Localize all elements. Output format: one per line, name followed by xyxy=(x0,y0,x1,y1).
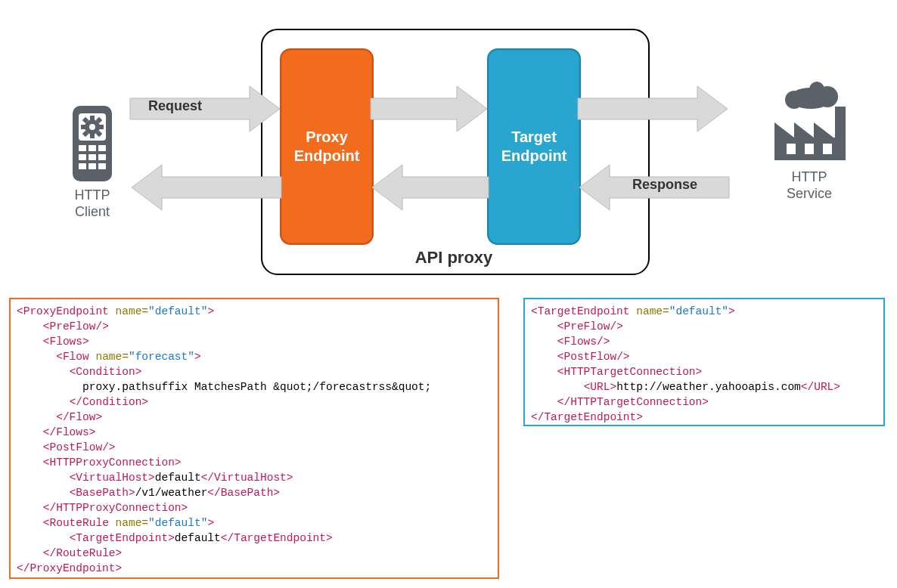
code-line: <PreFlow/> xyxy=(17,319,492,334)
svg-rect-12 xyxy=(79,145,86,151)
svg-marker-38 xyxy=(372,165,489,210)
code-line: <HTTPProxyConnection> xyxy=(17,455,492,470)
svg-point-22 xyxy=(785,91,803,109)
proxy-endpoint-xml: <ProxyEndpoint name="default"> <PreFlow/… xyxy=(9,298,499,579)
request-label: Request xyxy=(148,98,202,114)
code-line: <PostFlow/> xyxy=(17,440,492,455)
code-line: <BasePath>/v1/weather</BasePath> xyxy=(17,485,492,500)
code-line: <URL>http://weather.yahooapis.com</URL> xyxy=(531,379,877,395)
factory-icon xyxy=(764,82,855,165)
response-label: Response xyxy=(632,177,697,193)
code-line: </ProxyEndpoint> xyxy=(17,561,492,576)
proxy-endpoint-box: ProxyEndpoint xyxy=(280,48,374,245)
arrow-target-to-proxy xyxy=(369,163,490,212)
svg-rect-15 xyxy=(79,154,86,160)
code-line: </Condition> xyxy=(17,395,492,410)
diagram-canvas: HTTPClient HTTPService API proxy ProxyEn… xyxy=(0,0,897,588)
svg-rect-26 xyxy=(835,104,846,107)
code-line: <VirtualHost>default</VirtualHost> xyxy=(17,470,492,485)
code-line: <TargetEndpoint>default</TargetEndpoint> xyxy=(17,531,492,546)
svg-marker-30 xyxy=(814,122,833,138)
svg-rect-7 xyxy=(99,125,104,129)
svg-rect-32 xyxy=(805,144,814,154)
http-client-label: HTTPClient xyxy=(61,187,124,220)
svg-point-3 xyxy=(89,124,95,130)
code-line: <Condition> xyxy=(17,364,492,379)
svg-marker-36 xyxy=(578,86,728,132)
code-line: <RouteRule name="default"> xyxy=(17,515,492,531)
code-line: <PreFlow/> xyxy=(531,319,877,334)
svg-marker-35 xyxy=(371,86,487,132)
target-endpoint-xml: <TargetEndpoint name="default"> <PreFlow… xyxy=(523,298,885,426)
api-proxy-label: API proxy xyxy=(261,248,647,268)
svg-marker-28 xyxy=(774,122,794,138)
arrow-target-to-service xyxy=(576,85,731,133)
svg-marker-39 xyxy=(132,165,281,210)
svg-rect-13 xyxy=(88,145,96,151)
code-line: <Flows> xyxy=(17,334,492,349)
code-line: </RouteRule> xyxy=(17,546,492,561)
svg-rect-18 xyxy=(79,163,86,169)
svg-rect-17 xyxy=(98,154,106,160)
code-line: </Flows> xyxy=(17,425,492,440)
code-line: </HTTPProxyConnection> xyxy=(17,500,492,515)
arrow-proxy-to-client xyxy=(129,163,283,212)
code-line: <Flows/> xyxy=(531,334,877,349)
phone-icon xyxy=(70,104,115,183)
svg-rect-6 xyxy=(81,125,85,129)
http-service-label: HTTPService xyxy=(773,169,846,202)
code-line: </TargetEndpoint> xyxy=(531,410,877,425)
code-line: <TargetEndpoint name="default"> xyxy=(531,304,877,319)
svg-point-24 xyxy=(809,82,824,97)
svg-rect-33 xyxy=(823,144,832,154)
svg-rect-16 xyxy=(88,154,96,160)
code-line: <ProxyEndpoint name="default"> xyxy=(17,304,492,319)
svg-rect-20 xyxy=(98,163,106,169)
code-line: <HTTPTargetConnection> xyxy=(531,364,877,379)
arrow-proxy-to-target xyxy=(369,85,490,133)
code-line: </HTTPTargetConnection> xyxy=(531,395,877,410)
code-line: proxy.pathsuffix MatchesPath &quot;/fore… xyxy=(17,379,492,395)
svg-rect-5 xyxy=(90,134,95,138)
code-line: </Flow> xyxy=(17,410,492,425)
svg-rect-19 xyxy=(88,163,96,169)
svg-marker-29 xyxy=(794,122,814,138)
svg-rect-31 xyxy=(787,144,796,154)
svg-rect-14 xyxy=(98,145,106,151)
target-endpoint-box: TargetEndpoint xyxy=(487,48,581,245)
code-line: <Flow name="forecast"> xyxy=(17,349,492,364)
code-line: <PostFlow/> xyxy=(531,349,877,364)
svg-rect-4 xyxy=(90,116,95,120)
